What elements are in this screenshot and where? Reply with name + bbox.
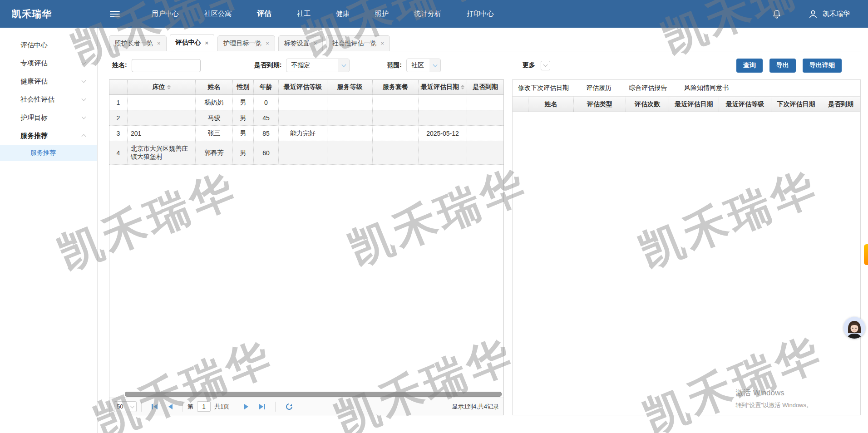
nav-item-social-work[interactable]: 社工 bbox=[284, 0, 323, 28]
tab-label-settings[interactable]: 标签设置× bbox=[278, 35, 323, 51]
chevron-down-icon bbox=[130, 403, 135, 408]
close-icon[interactable]: × bbox=[157, 40, 161, 46]
last-page-button[interactable] bbox=[254, 404, 271, 409]
record-summary: 显示1到4,共4记录 bbox=[452, 403, 499, 411]
export-button[interactable]: 导出 bbox=[769, 59, 796, 73]
chevron-down-icon bbox=[82, 60, 86, 65]
column-bed[interactable]: 床位 bbox=[128, 80, 196, 94]
tab-assessment-center[interactable]: 评估中心× bbox=[170, 34, 215, 51]
close-icon[interactable]: × bbox=[205, 40, 209, 46]
notification-bell-icon[interactable] bbox=[772, 9, 782, 19]
column-name: 姓名 bbox=[528, 97, 574, 112]
column-last-grade: 最近评估等级 bbox=[719, 97, 771, 112]
column-due: 是否到期 bbox=[467, 80, 503, 94]
chevron-down-icon bbox=[543, 63, 548, 67]
chevron-down-icon bbox=[338, 59, 349, 72]
column-service-package: 服务套餐 bbox=[373, 80, 419, 94]
query-button[interactable]: 查询 bbox=[736, 59, 763, 73]
page-suffix: 共1页 bbox=[214, 403, 229, 411]
chevron-up-icon bbox=[82, 134, 86, 139]
prev-page-button[interactable] bbox=[163, 404, 178, 409]
chevron-down-icon bbox=[429, 59, 440, 72]
search-toolbar: 姓名: 是否到期: 不指定 范围: 社区 更多 查询 导出 导出详细 bbox=[98, 51, 868, 79]
column-assessment-type: 评估类型 bbox=[574, 97, 626, 112]
name-label: 姓名: bbox=[112, 61, 127, 69]
column-sex: 性别 bbox=[233, 80, 254, 94]
table-row[interactable]: 2 马骏 男 45 bbox=[109, 110, 503, 126]
due-label: 是否到期: bbox=[254, 61, 282, 69]
nav-item-health[interactable]: 健康 bbox=[323, 0, 362, 28]
scrollbar-thumb[interactable] bbox=[125, 392, 502, 397]
close-icon[interactable]: × bbox=[380, 40, 384, 46]
column-next-date: 下次评估日期 bbox=[771, 97, 821, 112]
username: 凯禾瑞华 bbox=[823, 10, 850, 18]
more-expander[interactable] bbox=[541, 61, 550, 70]
detail-table-body bbox=[513, 112, 860, 415]
close-icon[interactable]: × bbox=[314, 40, 317, 46]
page-prefix: 第 bbox=[187, 403, 193, 411]
main-content: 照护长者一览× 评估中心× 护理目标一览× 标签设置× 社会性评估一览× 姓名:… bbox=[98, 28, 868, 433]
elder-datagrid: 床位 姓名 性别 年龄 最近评估等级 服务等级 服务套餐 最近评估日期 是否到期 bbox=[109, 79, 504, 415]
user-icon bbox=[808, 9, 818, 19]
nav-item-user-center[interactable]: 用户中心 bbox=[139, 0, 192, 28]
main-nav: 用户中心 社区公寓 评估 社工 健康 照护 统计分析 打印中心 bbox=[139, 0, 507, 28]
detail-table-header: 姓名 评估类型 评估次数 最近评估日期 最近评估等级 下次评估日期 是否到期 bbox=[513, 97, 860, 112]
table-row[interactable]: 4 北京市大兴区魏善庄镇大狼堡村 郭春芳 男 60 bbox=[109, 141, 503, 165]
tab-care-goal-list[interactable]: 护理目标一览× bbox=[217, 35, 275, 51]
chevron-down-icon bbox=[82, 97, 86, 101]
risk-consent-button[interactable]: 风险知情同意书 bbox=[684, 84, 729, 92]
close-icon[interactable]: × bbox=[266, 40, 269, 46]
nav-item-community[interactable]: 社区公寓 bbox=[192, 0, 244, 28]
datagrid-header: 床位 姓名 性别 年龄 最近评估等级 服务等级 服务套餐 最近评估日期 是否到期 bbox=[109, 80, 503, 95]
tab-elder-list[interactable]: 照护长者一览× bbox=[109, 35, 167, 51]
side-drawer-handle[interactable] bbox=[864, 244, 868, 265]
first-page-button[interactable] bbox=[146, 404, 163, 409]
hamburger-menu-icon[interactable] bbox=[110, 11, 120, 17]
column-name: 姓名 bbox=[196, 80, 233, 94]
sidebar-item-service-recommend[interactable]: 服务推荐 bbox=[0, 127, 97, 145]
horizontal-scrollbar[interactable] bbox=[109, 391, 503, 398]
sidebar-item-health-assessment[interactable]: 健康评估 bbox=[0, 72, 97, 90]
page-number-input[interactable] bbox=[197, 401, 211, 412]
due-select[interactable]: 不指定 bbox=[286, 59, 350, 72]
sidebar-item-social-assessment[interactable]: 社会性评估 bbox=[0, 90, 97, 108]
modify-next-date-button[interactable]: 修改下次评估日期 bbox=[518, 84, 569, 92]
column-due: 是否到期 bbox=[821, 97, 860, 112]
column-last-grade: 最近评估等级 bbox=[279, 80, 327, 94]
table-row[interactable]: 1 杨奶奶 男 0 bbox=[109, 95, 503, 110]
assessment-detail-panel: 修改下次评估日期 评估履历 综合评估报告 风险知情同意书 姓名 评估类型 评估次… bbox=[512, 79, 861, 415]
app-logo: 凯禾瑞华 bbox=[12, 8, 52, 20]
table-row[interactable]: 3 201 张三 男 85 能力完好 2025-05-12 bbox=[109, 126, 503, 141]
column-service-level: 服务等级 bbox=[327, 80, 373, 94]
sidebar-item-special-assessment[interactable]: 专项评估 bbox=[0, 54, 97, 72]
sort-icon bbox=[461, 85, 464, 89]
assessment-history-button[interactable]: 评估履历 bbox=[586, 84, 612, 92]
page-size-select[interactable]: 50 bbox=[114, 401, 137, 412]
avatar-illustration bbox=[843, 317, 865, 339]
sidebar-subitem-service-recommend[interactable]: 服务推荐 bbox=[0, 145, 97, 161]
nav-item-statistics[interactable]: 统计分析 bbox=[401, 0, 454, 28]
name-input[interactable] bbox=[132, 59, 201, 72]
user-menu[interactable]: 凯禾瑞华 bbox=[808, 9, 850, 19]
export-detail-button[interactable]: 导出详细 bbox=[803, 59, 842, 73]
tab-social-assessment-list[interactable]: 社会性评估一览× bbox=[326, 35, 390, 51]
scope-select[interactable]: 社区 bbox=[406, 59, 441, 72]
sidebar-item-assessment-center[interactable]: 评估中心 bbox=[0, 36, 97, 54]
assistant-avatar[interactable] bbox=[843, 317, 865, 339]
comprehensive-report-button[interactable]: 综合评估报告 bbox=[629, 84, 667, 92]
nav-item-print-center[interactable]: 打印中心 bbox=[454, 0, 507, 28]
tab-bar: 照护长者一览× 评估中心× 护理目标一览× 标签设置× 社会性评估一览× bbox=[98, 34, 861, 51]
scope-label: 范围: bbox=[387, 61, 402, 69]
nav-item-assessment[interactable]: 评估 bbox=[244, 0, 284, 28]
nav-item-care[interactable]: 照护 bbox=[362, 0, 401, 28]
sidebar-item-care-goal[interactable]: 护理目标 bbox=[0, 108, 97, 127]
column-assessment-count: 评估次数 bbox=[626, 97, 669, 112]
more-label: 更多 bbox=[523, 61, 535, 69]
column-age: 年龄 bbox=[254, 80, 279, 94]
chevron-down-icon bbox=[82, 79, 86, 83]
column-last-date: 最近评估日期 bbox=[669, 97, 719, 112]
column-last-date[interactable]: 最近评估日期 bbox=[419, 80, 467, 94]
refresh-icon[interactable] bbox=[280, 403, 298, 410]
top-navbar: 凯禾瑞华 用户中心 社区公寓 评估 社工 健康 照护 统计分析 打印中心 凯禾瑞… bbox=[0, 0, 868, 28]
next-page-button[interactable] bbox=[239, 404, 254, 409]
